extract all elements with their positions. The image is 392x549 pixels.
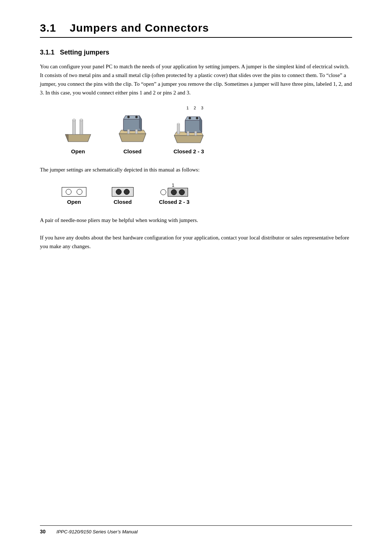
pin-number-1: 1 [187, 106, 189, 110]
svg-marker-18 [185, 117, 202, 120]
svg-point-5 [80, 119, 83, 121]
svg-point-13 [127, 116, 130, 118]
section-number: 3.1 [40, 22, 56, 34]
pin-number-2: 2 [194, 106, 196, 110]
body-paragraph-4: If you have any doubts about the best ha… [40, 233, 352, 251]
open-schematic-box [62, 187, 86, 197]
svg-marker-1 [65, 134, 68, 142]
closed-schematic-label: Closed [114, 199, 132, 205]
open-3d-label: Open [71, 148, 85, 154]
body-paragraph-2: The jumper settings are schematically de… [40, 165, 352, 174]
closed23-schematic-item: 1 Closed 2 - 3 [159, 183, 189, 205]
svg-rect-22 [187, 131, 189, 136]
pin-circle-1 [66, 189, 72, 195]
svg-marker-6 [119, 134, 146, 142]
section-title-text: Jumpers and Connectors [70, 22, 209, 34]
jumper-3d-diagrams: Open Closed [62, 106, 352, 154]
svg-point-14 [135, 116, 138, 118]
pin-number-3: 3 [201, 106, 203, 110]
pin-open-1 [160, 189, 166, 195]
body-paragraph-3: A pair of needle-nose pliers may be help… [40, 216, 352, 225]
pin-closed-2 [171, 189, 177, 195]
subsection-number: 3.1.1 [40, 49, 54, 56]
svg-point-24 [189, 117, 191, 119]
open-jumper-svg [62, 109, 94, 145]
open-jumper-diagram: Open [62, 109, 94, 154]
svg-marker-19 [200, 117, 202, 133]
jumper-schematic-diagrams: Open Closed 1 [62, 183, 352, 205]
svg-point-25 [196, 117, 198, 119]
svg-rect-2 [73, 120, 75, 134]
closed-schematic-item: Closed [112, 187, 134, 205]
closed-jumper-diagram: Closed [116, 109, 149, 154]
svg-rect-23 [195, 131, 197, 136]
pin-filled-2 [124, 189, 130, 195]
closed-jumper-svg [116, 109, 149, 145]
section-title: 3.1 Jumpers and Connectors [40, 22, 352, 38]
svg-rect-8 [123, 119, 142, 131]
svg-rect-20 [177, 124, 180, 134]
subsection-title: 3.1.1 Setting jumpers [40, 49, 352, 56]
svg-marker-15 [174, 136, 203, 143]
page-number: 30 [40, 529, 46, 534]
closed-3d-label: Closed [123, 148, 142, 154]
open-schematic-item: Open [62, 187, 86, 205]
open-schematic-label: Open [67, 199, 81, 205]
svg-marker-0 [65, 134, 91, 142]
svg-marker-9 [123, 116, 142, 119]
svg-rect-12 [135, 129, 138, 134]
pin-circle-2 [77, 189, 82, 195]
closed-schematic-box [112, 187, 134, 197]
closed23-schematic-label: Closed 2 - 3 [159, 199, 189, 205]
manual-title: IPPC-9120/9150 Series User’s Manual [57, 529, 138, 534]
pin-closed-3 [179, 189, 185, 195]
closed23-jumper-svg [171, 111, 207, 145]
svg-point-21 [177, 123, 180, 125]
svg-point-3 [73, 119, 75, 121]
page: 3.1 Jumpers and Connectors 3.1.1 Setting… [0, 0, 392, 549]
svg-rect-4 [80, 120, 83, 134]
svg-rect-11 [127, 129, 130, 134]
subsection-title-text: Setting jumpers [60, 49, 109, 56]
closed23-schematic-box [160, 188, 188, 197]
svg-marker-10 [139, 116, 142, 131]
pin-filled-1 [116, 189, 122, 195]
svg-rect-17 [185, 120, 202, 133]
page-footer: 30 IPPC-9120/9150 Series User’s Manual [40, 525, 352, 534]
pin-1-number-label: 1 [172, 183, 188, 188]
closed23-3d-label: Closed 2 - 3 [173, 148, 204, 154]
body-paragraph-1: You can configure your panel PC to match… [40, 62, 352, 97]
closed23-jumper-diagram: 1 2 3 [171, 106, 207, 154]
